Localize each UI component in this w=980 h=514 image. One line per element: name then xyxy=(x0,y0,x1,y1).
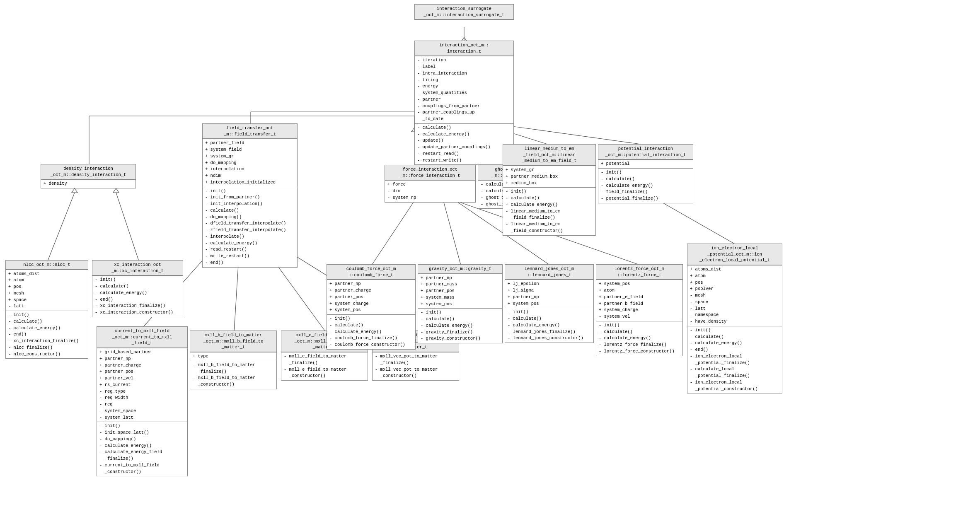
interaction-oct-title: interaction_oct_m::interaction_t xyxy=(415,41,513,56)
coulomb-force-title: coulomb_force_oct_m::coulomb_force_t xyxy=(327,265,415,280)
linear-medium-methods: - init() - calculate() - calculate_energ… xyxy=(503,187,595,235)
mxll-b-field-type: + type xyxy=(190,352,276,361)
xc-interaction-box: xc_interaction_oct_m::xc_interaction_t -… xyxy=(92,260,183,317)
current-to-mxll-box: current_to_mxll_field_oct_m::current_to_… xyxy=(97,326,188,476)
xc-interaction-methods: - init() - calculate() - calculate_energ… xyxy=(92,275,183,317)
interaction-surrogate-title: interaction_surrogate_oct_m::interaction… xyxy=(415,5,513,19)
interaction-surrogate-box: interaction_surrogate_oct_m::interaction… xyxy=(414,4,514,20)
density-interaction-fields: + density xyxy=(41,179,136,188)
svg-line-18 xyxy=(497,124,646,145)
ion-electron-local-fields: + atoms_dist + atom + pos + psolver - me… xyxy=(687,265,782,326)
field-transfer-methods: - init() - init_from_partner() - init_in… xyxy=(203,187,297,267)
nlcc-box: nlcc_oct_m::nlcc_t + atoms_dist + atom +… xyxy=(5,260,88,359)
field-transfer-fields: + partner_field + system_field + system_… xyxy=(203,139,297,186)
linear-medium-title: linear_medium_to_em_field_oct_m::linear_… xyxy=(503,145,595,166)
lennard-jones-title: lennard_jones_oct_m::lennard_jones_t xyxy=(505,265,593,280)
gravity-methods: - init() - calculate() - calculate_energ… xyxy=(418,308,502,343)
field-transfer-box: field_transfer_oct_m::field_transfer_t +… xyxy=(202,123,298,268)
lennard-jones-box: lennard_jones_oct_m::lennard_jones_t + l… xyxy=(505,264,594,343)
lorentz-force-title: lorentz_force_oct_m::lorentz_force_t xyxy=(596,265,682,280)
svg-line-34 xyxy=(443,201,461,265)
nlcc-fields: + atoms_dist + atom + pos + mesh + space… xyxy=(6,270,88,311)
mxll-e-field-methods: - mxll_e_field_to_matter _finalize() - m… xyxy=(281,352,368,380)
gravity-fields: + partner_np + partner_mass + partner_po… xyxy=(418,274,502,309)
lennard-jones-fields: + lj_epsilon + lj_sigma + partner_np + s… xyxy=(505,280,593,308)
lorentz-force-methods: - init() - calculate() - calculate_energ… xyxy=(596,321,682,356)
force-interaction-box: force_interaction_oct_m::force_interacti… xyxy=(385,165,476,203)
coulomb-force-fields: + partner_np + partner_charge + partner_… xyxy=(327,280,415,314)
lorentz-force-box: lorentz_force_oct_m::lorentz_force_t + s… xyxy=(596,264,683,356)
density-interaction-box: density_interaction_oct_m::density_inter… xyxy=(41,164,136,188)
field-transfer-title: field_transfer_oct_m::field_transfer_t xyxy=(203,124,297,139)
linear-medium-fields: + system_gr + partner_medium_box + mediu… xyxy=(503,166,595,187)
potential-interaction-title: potential_interaction_oct_m::potential_i… xyxy=(598,145,693,159)
svg-line-40 xyxy=(663,203,736,244)
svg-marker-21 xyxy=(72,188,77,193)
lorentz-force-fields: + system_pos + atom + partner_e_field + … xyxy=(596,280,682,321)
ion-electron-local-box: ion_electron_local_potential_oct_m::ion_… xyxy=(687,244,782,393)
lennard-jones-methods: - init() - calculate() - calculate_energ… xyxy=(505,308,593,343)
current-to-mxll-fields: + grid_based_partner + partner_np + part… xyxy=(97,348,187,422)
density-interaction-title: density_interaction_oct_m::density_inter… xyxy=(41,164,136,179)
current-to-mxll-methods: - init() - init_space_latt() - do_mappin… xyxy=(97,422,187,476)
interaction-oct-box: interaction_oct_m::interaction_t - itera… xyxy=(414,41,514,165)
diagram-container: interaction_surrogate_oct_m::interaction… xyxy=(0,0,980,514)
ion-electron-local-methods: - init() - calculate() - calculate_energ… xyxy=(687,326,782,393)
svg-line-20 xyxy=(48,193,75,261)
svg-line-32 xyxy=(372,201,414,265)
interaction-oct-methods: - calculate() - calculate_energy() - upd… xyxy=(415,123,513,165)
current-to-mxll-title: current_to_mxll_field_oct_m::current_to_… xyxy=(97,327,187,348)
force-interaction-title: force_interaction_oct_m::force_interacti… xyxy=(385,165,475,180)
nlcc-title: nlcc_oct_m::nlcc_t xyxy=(6,261,88,270)
coulomb-force-methods: - init() - calculate() - calculate_energ… xyxy=(327,314,415,349)
linear-medium-box: linear_medium_to_em_field_oct_m::linear_… xyxy=(503,144,596,236)
nlcc-methods: - init() - calculate() - calculate_energ… xyxy=(6,311,88,358)
ion-electron-local-title: ion_electron_local_potential_oct_m::ion_… xyxy=(687,244,782,265)
coulomb-force-box: coulomb_force_oct_m::coulomb_force_t + p… xyxy=(327,264,416,350)
mxll-vec-pot-methods: - mxll_vec_pot_to_matter _finalize() - m… xyxy=(373,352,459,380)
xc-interaction-title: xc_interaction_oct_m::xc_interaction_t xyxy=(92,261,183,275)
potential-interaction-methods: - init() - calculate() - calculate_energ… xyxy=(598,168,693,203)
gravity-title: gravity_oct_m::gravity_t xyxy=(418,265,502,274)
svg-line-22 xyxy=(116,193,139,261)
force-interaction-fields: + force - dim - system_np xyxy=(385,180,475,202)
potential-interaction-box: potential_interaction_oct_m::potential_i… xyxy=(598,144,693,203)
svg-marker-23 xyxy=(113,188,119,193)
mxll-b-field-methods: - mxll_b_field_to_matter _finalize() - m… xyxy=(190,361,276,389)
mxll-b-field-box: mxll_b_field_to_matter_oct_m::mxll_b_fie… xyxy=(190,331,277,389)
mxll-b-field-title: mxll_b_field_to_matter_oct_m::mxll_b_fie… xyxy=(190,331,276,352)
gravity-box: gravity_oct_m::gravity_t + partner_np + … xyxy=(418,264,503,343)
interaction-oct-fields: - iteration - label - intra_interaction … xyxy=(415,56,513,123)
potential-interaction-fields: + potential xyxy=(598,159,693,168)
